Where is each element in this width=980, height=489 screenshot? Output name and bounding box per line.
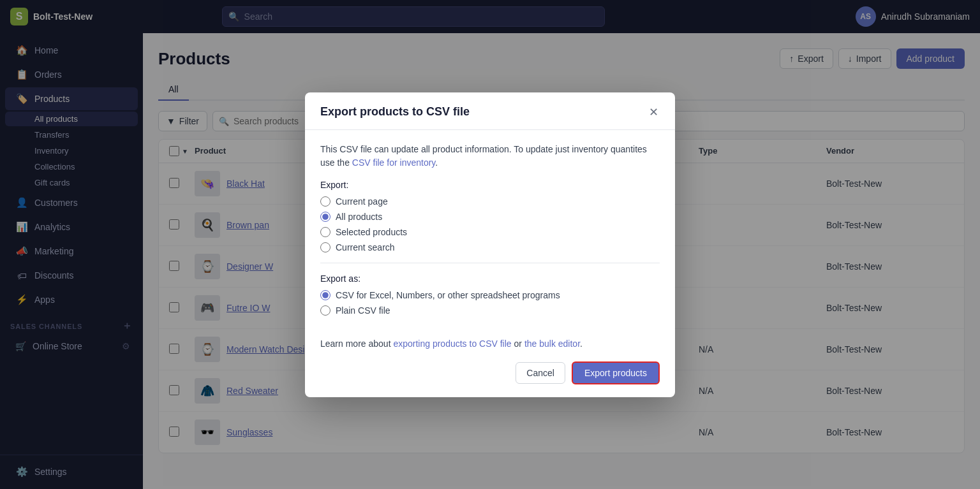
export-as-radio[interactable] [320, 290, 330, 300]
export-option-all-products[interactable]: All products [320, 212, 660, 222]
export-section-label: Export: [320, 180, 660, 190]
export-radio[interactable] [320, 212, 330, 222]
bulk-editor-link[interactable]: the bulk editor [524, 339, 580, 349]
csv-inventory-link[interactable]: CSV file for inventory [352, 157, 435, 168]
modal-body: This CSV file can update all product inf… [305, 130, 675, 339]
export-radio[interactable] [320, 227, 330, 237]
export-modal: Export products to CSV file ✕ This CSV f… [305, 92, 675, 397]
modal-footer: Learn more about exporting products to C… [305, 339, 675, 397]
learn-more-text: Learn more about exporting products to C… [320, 339, 660, 349]
modal-divider [320, 263, 660, 263]
cancel-button[interactable]: Cancel [516, 362, 565, 384]
export-as-label: Export as: [320, 274, 660, 284]
modal-close-button[interactable]: ✕ [648, 105, 660, 119]
export-as-options: CSV for Excel, Numbers, or other spreads… [320, 290, 660, 316]
modal-header: Export products to CSV file ✕ [305, 92, 675, 130]
export-option-selected-products[interactable]: Selected products [320, 227, 660, 237]
export-as-radio[interactable] [320, 305, 330, 316]
export-as-option-csv-excel[interactable]: CSV for Excel, Numbers, or other spreads… [320, 290, 660, 300]
modal-title: Export products to CSV file [320, 105, 470, 119]
modal-actions: Cancel Export products [320, 361, 660, 384]
export-radio[interactable] [320, 196, 330, 207]
modal-overlay: Export products to CSV file ✕ This CSV f… [0, 0, 980, 489]
export-option-current-page[interactable]: Current page [320, 196, 660, 207]
modal-description: This CSV file can update all product inf… [320, 143, 660, 170]
export-radio[interactable] [320, 242, 330, 252]
export-options: Current page All products Selected produ… [320, 196, 660, 252]
exporting-link[interactable]: exporting products to CSV file [393, 339, 511, 349]
export-option-current-search[interactable]: Current search [320, 242, 660, 252]
export-as-option-plain-csv[interactable]: Plain CSV file [320, 305, 660, 316]
export-products-button[interactable]: Export products [572, 361, 660, 384]
